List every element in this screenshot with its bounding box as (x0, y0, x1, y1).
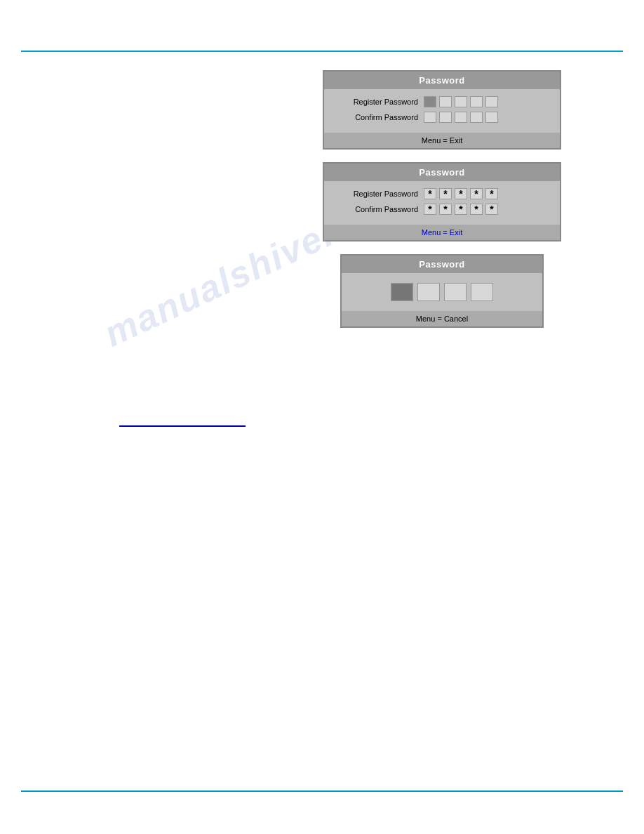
panel1-confirm-box-3 (455, 112, 467, 123)
panel2-register-ast-4: * (470, 188, 483, 199)
panel2-register-ast-5: * (485, 188, 498, 199)
panel2-password: Password Register Password * * * * * Con… (323, 162, 561, 241)
panel1-password: Password Register Password Confirm Passw… (323, 70, 561, 150)
panel1-body: Register Password Confirm Password (324, 89, 560, 130)
panel2-confirm-ast-4: * (470, 204, 483, 215)
panel2-footer[interactable]: Menu = Exit (324, 225, 560, 240)
top-divider-line (21, 51, 623, 52)
panel2-register-boxes: * * * * * (424, 188, 498, 199)
panel3-body (342, 273, 542, 308)
panel1-footer[interactable]: Menu = Exit (324, 133, 560, 148)
panel3-title: Password (342, 256, 542, 273)
panel1-register-label: Register Password (333, 98, 424, 106)
panel1-confirm-box-4 (470, 112, 483, 123)
panel1-confirm-label: Confirm Password (333, 113, 424, 121)
panel1-register-box-4 (470, 96, 483, 107)
panel3-box-4 (471, 283, 493, 301)
panel3-password: Password Menu = Cancel (340, 254, 544, 328)
panel1-title: Password (324, 72, 560, 89)
panel2-register-ast-3: * (455, 188, 467, 199)
panel2-register-row: Register Password * * * * * (333, 188, 551, 199)
panel1-register-box-5 (485, 96, 498, 107)
bottom-divider-line (21, 790, 623, 792)
panel2-register-ast-1: * (424, 188, 436, 199)
panel1-confirm-box-2 (439, 112, 452, 123)
panel3-footer[interactable]: Menu = Cancel (342, 311, 542, 326)
bottom-link-underline (119, 425, 246, 427)
panel1-confirm-row: Confirm Password (333, 112, 551, 123)
panel1-register-boxes (424, 96, 498, 107)
panel1-confirm-box-5 (485, 112, 498, 123)
panel1-confirm-box-1 (424, 112, 436, 123)
panel2-confirm-boxes: * * * * * (424, 204, 498, 215)
panel2-confirm-ast-5: * (485, 204, 498, 215)
panels-container: Password Register Password Confirm Passw… (323, 70, 561, 340)
panel2-confirm-ast-3: * (455, 204, 467, 215)
panel2-confirm-ast-1: * (424, 204, 436, 215)
panel2-title: Password (324, 164, 560, 181)
panel2-register-label: Register Password (333, 190, 424, 198)
panel1-register-row: Register Password (333, 96, 551, 107)
panel2-confirm-row: Confirm Password * * * * * (333, 204, 551, 215)
panel3-box-1 (391, 283, 413, 301)
panel2-register-ast-2: * (439, 188, 452, 199)
panel1-confirm-boxes (424, 112, 498, 123)
panel3-box-2 (417, 283, 440, 301)
panel3-boxes (353, 283, 531, 301)
panel1-register-box-1 (424, 96, 436, 107)
panel3-box-3 (444, 283, 467, 301)
panel2-confirm-label: Confirm Password (333, 205, 424, 213)
panel1-register-box-2 (439, 96, 452, 107)
panel2-body: Register Password * * * * * Confirm Pass… (324, 181, 560, 222)
panel1-register-box-3 (455, 96, 467, 107)
panel2-confirm-ast-2: * (439, 204, 452, 215)
